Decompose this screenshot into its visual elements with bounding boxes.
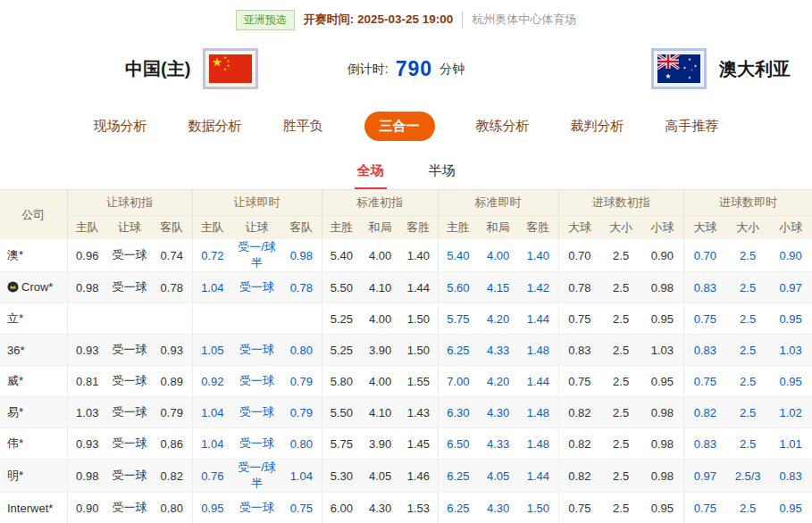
company-column-header: 公司 (0, 190, 67, 239)
company-cell[interactable]: Interwet* (0, 493, 67, 523)
odds-cell: 0.82 (558, 397, 600, 428)
company-cell[interactable]: 36* (0, 335, 67, 366)
table-row: Crow*0.98受一球0.781.04受一球0.785.504.101.445… (0, 272, 812, 303)
odds-cell: 1.03 (67, 397, 107, 428)
nav-tab-three-in-one[interactable]: 三合一 (364, 112, 435, 141)
table-row: 36*0.93受一球0.931.05受一球0.805.253.901.506.2… (0, 335, 812, 366)
odds-cell: 0.92 (192, 366, 232, 397)
odds-cell: 1.48 (518, 428, 558, 460)
odds-cell: 2.5 (600, 493, 641, 523)
odds-cell: 1.55 (399, 366, 438, 397)
column-subheader: 大球 (558, 215, 600, 239)
company-cell[interactable]: 澳* (0, 239, 67, 272)
nav-tab-live-analysis[interactable]: 现场分析 (94, 118, 147, 135)
column-group-header: 让球即时 (192, 190, 322, 215)
odds-cell: 6.25 (438, 335, 478, 366)
odds-cell: 1.04 (192, 272, 232, 303)
column-subheader: 大小 (726, 215, 769, 239)
column-subheader: 让球 (107, 215, 152, 239)
odds-cell: 0.95 (641, 493, 683, 523)
odds-cell (192, 303, 232, 335)
countdown-unit: 分钟 (439, 61, 465, 77)
teams-header: 中国(主) 倒计时: 790 分钟 (0, 32, 812, 105)
table-row: 立*5.254.001.505.754.201.440.752.50.950.7… (0, 303, 812, 335)
odds-cell: 0.70 (683, 239, 726, 272)
company-cell[interactable]: Crow* (0, 272, 67, 303)
column-subheader: 大小 (600, 215, 641, 239)
odds-cell: 0.72 (192, 239, 232, 272)
column-group-header: 标准即时 (438, 190, 558, 215)
odds-cell: 0.98 (641, 428, 683, 460)
odds-cell: 5.25 (322, 335, 361, 366)
kickoff-label: 开赛时间: (304, 12, 354, 26)
crown-logo-icon (7, 281, 19, 295)
odds-cell: 受一球 (232, 272, 281, 303)
company-cell[interactable]: 易* (0, 397, 67, 428)
odds-cell: 1.53 (399, 493, 438, 523)
company-cell[interactable]: 明* (0, 460, 67, 493)
nav-tab-referee-analysis[interactable]: 裁判分析 (571, 118, 624, 135)
odds-cell: 0.98 (67, 460, 107, 493)
odds-cell: 0.74 (152, 239, 192, 272)
odds-cell: 受一球 (232, 428, 281, 460)
odds-cell: 2.5 (726, 428, 769, 460)
odds-cell: 7.00 (438, 366, 478, 397)
company-cell[interactable]: 立* (0, 303, 67, 335)
odds-cell: 3.90 (361, 428, 399, 460)
odds-cell: 受一球 (232, 493, 281, 523)
odds-cell: 0.98 (641, 397, 683, 428)
table-row: Interwet*0.90受一球0.800.95受一球0.756.004.301… (0, 493, 812, 523)
odds-cell: 1.04 (281, 460, 322, 493)
odds-cell: 0.90 (67, 493, 107, 523)
odds-cell: 0.79 (281, 397, 322, 428)
odds-cell: 0.75 (558, 303, 600, 335)
odds-cell (232, 303, 281, 335)
odds-cell: 受一球 (232, 335, 281, 366)
nav-tab-win-draw-lose[interactable]: 胜平负 (283, 118, 323, 135)
odds-cell (281, 303, 322, 335)
odds-cell: 2.5 (726, 303, 769, 335)
odds-cell: 1.02 (769, 397, 812, 428)
odds-cell: 1.01 (769, 428, 812, 460)
odds-cell: 5.75 (438, 303, 478, 335)
odds-cell: 1.03 (769, 335, 812, 366)
odds-table: 公司让球初指让球即时标准初指标准即时进球数初指进球数即时主队让球客队主队让球客队… (0, 190, 812, 523)
odds-cell: 0.96 (67, 239, 107, 272)
odds-cell: 6.50 (438, 428, 478, 460)
away-team-block: 澳大利亚 (651, 48, 791, 89)
odds-cell: 0.97 (769, 272, 812, 303)
column-subheader: 小球 (769, 215, 812, 239)
odds-cell: 1.50 (399, 303, 438, 335)
odds-cell: 1.44 (399, 272, 438, 303)
odds-cell: 0.98 (641, 272, 683, 303)
odds-cell: 2.5 (726, 397, 769, 428)
odds-cell (152, 303, 192, 335)
company-cell[interactable]: 伟* (0, 428, 67, 460)
subtab-full-match[interactable]: 全场 (355, 162, 387, 189)
odds-cell: 5.30 (322, 460, 361, 493)
league-badge: 亚洲预选 (236, 10, 295, 30)
nav-tab-data-analysis[interactable]: 数据分析 (188, 118, 242, 135)
odds-cell: 2.5 (600, 397, 641, 428)
nav-tab-expert-picks[interactable]: 高手推荐 (666, 118, 719, 135)
odds-cell: 0.95 (641, 366, 683, 397)
odds-cell: 0.89 (152, 366, 192, 397)
odds-cell: 1.44 (518, 303, 558, 335)
odds-cell: 0.75 (281, 493, 322, 523)
column-subheader: 主胜 (322, 215, 361, 239)
column-group-header: 标准初指 (322, 190, 438, 215)
odds-cell: 4.33 (478, 428, 518, 460)
nav-tab-coach-analysis[interactable]: 教练分析 (476, 118, 530, 135)
odds-cell: 1.46 (399, 460, 438, 493)
odds-cell: 2.5 (726, 272, 769, 303)
odds-cell: 受一球 (107, 460, 152, 493)
table-row: 澳*0.96受一球0.740.72受一/球半0.985.404.001.405.… (0, 239, 812, 272)
odds-cell: 受一球 (107, 335, 152, 366)
subtab-half-match[interactable]: 半场 (426, 162, 458, 189)
odds-cell: 2.5 (600, 303, 641, 335)
odds-cell: 0.95 (769, 493, 812, 523)
column-group-header: 进球数初指 (558, 190, 683, 215)
company-cell[interactable]: 威* (0, 366, 67, 397)
table-row: 明*0.98受一球0.820.76受一/球半1.045.304.051.466.… (0, 460, 812, 493)
column-subheader: 客胜 (399, 215, 438, 239)
